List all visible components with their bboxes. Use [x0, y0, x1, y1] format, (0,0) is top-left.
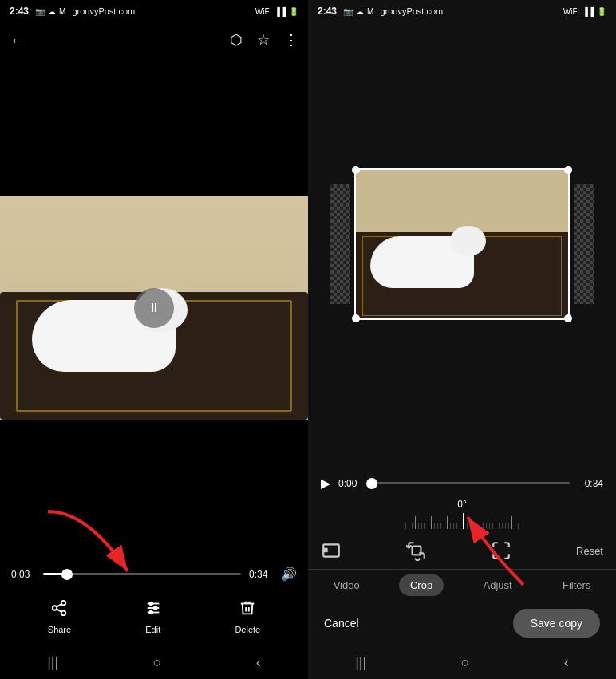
tick	[424, 523, 425, 529]
tick	[502, 523, 503, 529]
tick	[496, 516, 496, 529]
tick	[409, 523, 409, 529]
tick	[434, 523, 435, 529]
left-top-bar: ← ⬡ ☆ ⋮	[0, 22, 308, 57]
share-icon	[50, 599, 68, 622]
svg-line-3	[57, 609, 61, 612]
play-pause-button[interactable]: ⏸	[134, 288, 174, 328]
rotation-ticks[interactable]	[321, 513, 603, 529]
tick	[492, 523, 493, 529]
edit-action[interactable]: Edit	[144, 599, 162, 634]
video-placeholder[interactable]: ⏸	[0, 196, 308, 420]
tabs-bar: Video Crop Adjust Filters	[308, 570, 616, 601]
top-bar-actions: ⬡ ☆ ⋮	[230, 31, 298, 49]
right-status-bar: 2:43 📷 ☁ M groovyPost.com WiFi ▐▐ 🔋	[308, 0, 616, 22]
fullscreen-icon	[491, 540, 511, 561]
right-time: 2:43	[318, 6, 337, 17]
tab-adjust[interactable]: Adjust	[472, 574, 523, 596]
r-battery-icon: 🔋	[597, 7, 606, 16]
playback-end-time: 0:34	[578, 478, 603, 489]
tick	[515, 523, 515, 529]
seek-bar: 0:03 0:34 🔊	[11, 566, 297, 582]
r-camera-icon: 📷	[343, 7, 353, 16]
crop-handle-tl[interactable]	[352, 166, 360, 174]
star-icon[interactable]: ☆	[257, 31, 270, 49]
nav-back-icon[interactable]: ‹	[256, 654, 261, 671]
r-nav-home-icon[interactable]: ○	[461, 654, 470, 671]
rotation-bar: 0°	[308, 495, 616, 532]
domain-left: groovyPost.com	[72, 6, 135, 16]
tick	[421, 523, 422, 529]
cancel-button[interactable]: Cancel	[324, 617, 359, 630]
seek-track[interactable]	[43, 573, 241, 575]
nav-home-icon[interactable]: ○	[153, 654, 162, 671]
seek-thumb[interactable]	[61, 569, 73, 580]
tick	[415, 516, 416, 529]
tick	[511, 516, 512, 529]
crop-handle-tr[interactable]	[564, 166, 572, 174]
tab-video[interactable]: Video	[322, 574, 371, 596]
camera-icon: 📷	[35, 7, 45, 16]
play-button[interactable]: ▶	[321, 476, 330, 491]
right-status-right: WiFi ▐▐ 🔋	[563, 7, 606, 16]
tick	[499, 523, 500, 529]
tab-crop[interactable]: Crop	[399, 574, 444, 596]
bottom-controls: 0:03 0:34 🔊 S	[0, 559, 308, 645]
tick	[518, 523, 519, 529]
back-button[interactable]: ←	[10, 31, 26, 49]
svg-point-8	[149, 602, 152, 606]
tick	[460, 523, 460, 529]
left-nav-bar: ||| ○ ‹	[0, 645, 308, 679]
tick	[440, 523, 441, 529]
crop-frame[interactable]	[354, 168, 570, 320]
crop-handle-br[interactable]	[564, 314, 572, 322]
tab-filters[interactable]: Filters	[551, 574, 602, 596]
rotate-tool[interactable]	[406, 540, 427, 561]
tick	[428, 523, 428, 529]
tick	[431, 516, 432, 529]
cloud-icon: ☁	[48, 7, 56, 16]
share-label: Share	[48, 625, 71, 634]
delete-action[interactable]: Delete	[235, 599, 260, 634]
crop-handle-bl[interactable]	[352, 314, 360, 322]
tick	[450, 523, 451, 529]
more-icon[interactable]: ⋮	[284, 31, 298, 49]
volume-icon[interactable]: 🔊	[281, 566, 297, 582]
right-panel: 2:43 📷 ☁ M groovyPost.com WiFi ▐▐ 🔋	[308, 0, 616, 679]
svg-point-1	[53, 606, 57, 610]
tick	[473, 523, 474, 529]
playback-thumb[interactable]	[366, 478, 377, 489]
video-area: ⏸	[0, 57, 308, 559]
action-bar: Share Edit	[11, 593, 297, 638]
playback-bar: ▶ 0:00 0:34	[308, 466, 616, 495]
signal-icon: ▐▐	[274, 7, 286, 16]
left-status-right: WiFi ▐▐ 🔋	[255, 7, 298, 16]
r-nav-back-icon[interactable]: ‹	[564, 654, 569, 671]
playback-track[interactable]	[372, 482, 570, 484]
save-copy-button[interactable]: Save copy	[513, 609, 600, 638]
delete-label: Delete	[235, 625, 260, 634]
r-wifi-icon: WiFi	[563, 7, 579, 16]
svg-point-2	[61, 611, 66, 616]
nav-menu-icon[interactable]: |||	[47, 654, 58, 671]
pause-icon: ⏸	[148, 301, 160, 315]
share-action[interactable]: Share	[48, 599, 71, 634]
reset-button[interactable]: Reset	[576, 545, 603, 557]
right-nav-bar: ||| ○ ‹	[308, 645, 616, 679]
tick	[467, 523, 468, 529]
tick	[505, 523, 506, 529]
fullscreen-tool[interactable]	[491, 540, 511, 561]
r-nav-menu-icon[interactable]: |||	[355, 654, 366, 671]
r-cloud-icon: ☁	[356, 7, 364, 16]
delete-icon	[239, 599, 256, 622]
cast-icon[interactable]: ⬡	[230, 31, 243, 49]
rotation-degree: 0°	[457, 499, 466, 510]
tick	[476, 523, 477, 529]
aspect-ratio-icon	[321, 540, 342, 561]
current-time: 0:03	[11, 569, 35, 580]
aspect-ratio-tool[interactable]	[321, 540, 342, 561]
svg-line-4	[57, 604, 61, 607]
tick-center	[463, 513, 464, 529]
edit-tools: Reset	[308, 532, 616, 569]
left-panel: 2:43 📷 ☁ M groovyPost.com WiFi ▐▐ 🔋 ← ⬡ …	[0, 0, 308, 679]
